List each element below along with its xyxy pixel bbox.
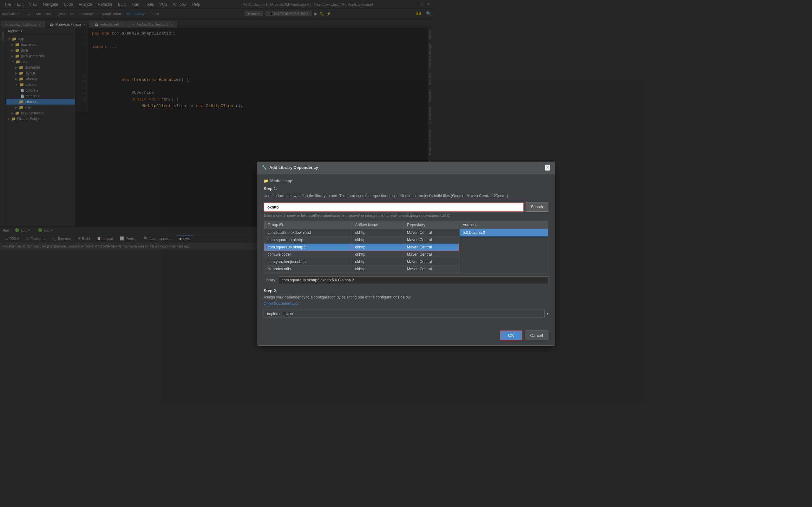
search-row: Search [264,203,433,212]
results-table: Group ID Artifact Name Repository com.li… [264,221,433,254]
modal-title: 🔧 Add Library Dependency [262,165,318,170]
artifact-name-cell: okhttp [352,236,404,243]
add-library-dialog: 🔧 Add Library Dependency ✕ 📁 Module 'app… [257,162,433,254]
results-table-container: Group ID Artifact Name Repository com.li… [264,221,433,254]
repository-cell: Maven Central [404,236,433,243]
module-icon: 📁 [264,179,268,183]
table-row[interactable]: com.weicoder okhttp Maven Central [264,250,433,253]
table-row[interactable]: com.squareup.okhttp okhttp Maven Central [264,236,433,243]
artifact-name-cell: okhttp [352,250,404,253]
library-search-input[interactable] [264,203,433,212]
modal-overlay: 🔧 Add Library Dependency ✕ 📁 Module 'app… [0,0,433,253]
search-hint: Enter a search query or fully-qualified … [264,214,433,217]
group-id-cell: com.squareup.okhttp3 [264,243,352,250]
step1-desc: Use the form below to find the library t… [264,193,433,199]
group-id-cell: com.weicoder [264,250,352,253]
artifact-name-cell: okhttp [352,229,404,236]
results-versions-row: Group ID Artifact Name Repository com.li… [264,221,433,254]
repository-cell: Maven Central [404,243,433,250]
col-artifact-name: Artifact Name [352,221,404,229]
modal-body: 📁 Module 'app' Step 1. Use the form belo… [257,174,433,254]
table-row-selected[interactable]: com.squareup.okhttp3 okhttp Maven Centra… [264,243,433,250]
table-row[interactable]: com.liulishuo.okdownload okhttp Maven Ce… [264,229,433,236]
col-repository: Repository [404,221,433,229]
repository-cell: Maven Central [404,229,433,236]
group-id-cell: com.liulishuo.okdownload [264,229,352,236]
repository-cell: Maven Central [404,250,433,253]
modal-header: 🔧 Add Library Dependency ✕ [257,162,433,174]
col-group-id: Group ID [264,221,352,229]
library-icon: 🔧 [262,165,267,170]
step1-label: Step 1. [264,186,433,191]
artifact-name-cell: okhttp [352,243,404,250]
module-label: 📁 Module 'app' [264,179,433,183]
group-id-cell: com.squareup.okhttp [264,236,352,243]
